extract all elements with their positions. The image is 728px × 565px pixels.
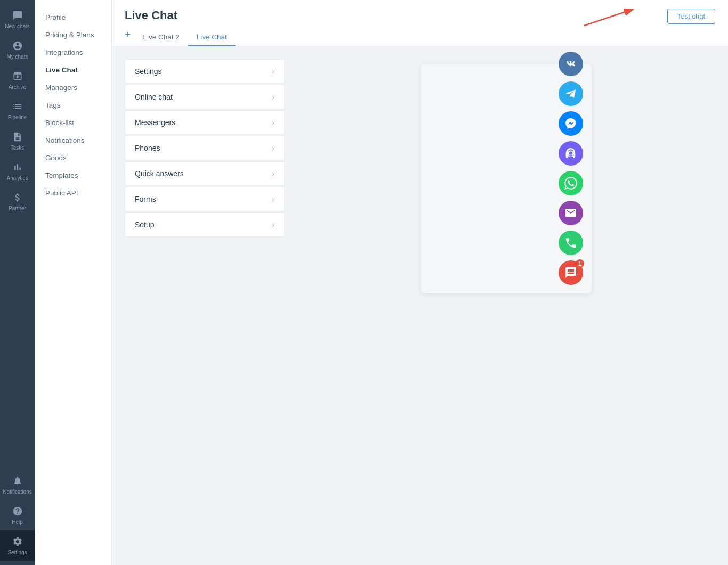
add-tab-button[interactable]: + (125, 29, 135, 46)
test-chat-button[interactable]: Test chat (667, 9, 715, 24)
header: Live Chat Test chat + Live Chat 2 Live C… (112, 0, 728, 46)
pipeline-icon (12, 101, 23, 112)
chevron-right-icon: › (272, 93, 274, 101)
whatsapp-button[interactable] (559, 171, 583, 195)
bar-chart-icon (12, 161, 23, 173)
sidebar-item-label: Archive (9, 84, 26, 90)
chevron-right-icon: › (272, 118, 274, 127)
sidebar-item-help[interactable]: Help (0, 500, 35, 530)
sidebar-item-partner[interactable]: Partner (0, 186, 35, 217)
dollar-icon (12, 192, 23, 203)
accordion-panel: Settings › Online chat › Messengers › Ph… (125, 59, 285, 552)
sidebar-item-label: Notifications (3, 489, 31, 495)
chevron-right-icon: › (272, 220, 274, 229)
tab-live-chat[interactable]: Live Chat (188, 29, 236, 46)
sidebar-item-pipeline[interactable]: Pipeline (0, 95, 35, 126)
tabs: + Live Chat 2 Live Chat (125, 29, 715, 46)
accordion-item-quick-answers[interactable]: Quick answers › (125, 161, 285, 186)
sidebar-item-new-chats[interactable]: New chats (0, 4, 35, 35)
email-button[interactable] (559, 201, 583, 225)
nav-item-profile[interactable]: Profile (35, 9, 111, 26)
accordion-item-online-chat[interactable]: Online chat › (125, 85, 285, 109)
chat-preview: 1 (421, 64, 592, 293)
nav-item-public-api[interactable]: Public API (35, 184, 111, 202)
nav-item-integrations[interactable]: Integrations (35, 44, 111, 61)
sidebar-item-label: Settings (7, 550, 27, 555)
accordion-item-phones[interactable]: Phones › (125, 136, 285, 160)
nav-item-templates[interactable]: Templates (35, 167, 111, 184)
tab-live-chat-2[interactable]: Live Chat 2 (135, 29, 188, 46)
accordion-item-settings[interactable]: Settings › (125, 59, 285, 84)
chat-bubble-icon (12, 10, 23, 21)
content-area: Settings › Online chat › Messengers › Ph… (112, 46, 728, 565)
chevron-right-icon: › (272, 144, 274, 152)
phone-button[interactable] (559, 231, 583, 255)
sidebar-bottom: Notifications Help Settings (0, 470, 35, 561)
nav-item-live-chat[interactable]: Live Chat (35, 61, 111, 79)
page-title: Live Chat (125, 9, 177, 22)
sidebar-item-label: My chats (6, 54, 28, 60)
sidebar-item-label: Pipeline (8, 114, 27, 120)
question-icon (12, 505, 23, 517)
sidebar-item-archive[interactable]: Archive (0, 65, 35, 95)
messenger-button[interactable] (559, 111, 583, 136)
sidebar-item-label: New chats (5, 23, 30, 29)
nav-item-goods[interactable]: Goods (35, 149, 111, 167)
accordion-item-messengers[interactable]: Messengers › (125, 110, 285, 135)
main-content: Live Chat Test chat + Live Chat 2 Live C… (112, 0, 728, 565)
person-chat-icon (12, 40, 23, 52)
sidebar-item-label: Partner (9, 206, 26, 211)
nav-item-managers[interactable]: Managers (35, 79, 111, 96)
sidebar: New chats My chats Archive Pipeline Task… (0, 0, 35, 565)
sidebar-item-settings[interactable]: Settings (0, 530, 35, 561)
chevron-right-icon: › (272, 169, 274, 178)
preview-panel: 1 (297, 59, 715, 552)
chat-main-button[interactable]: 1 (559, 260, 583, 285)
sidebar-item-my-chats[interactable]: My chats (0, 35, 35, 65)
vk-button[interactable] (559, 52, 583, 76)
chat-badge: 1 (576, 259, 584, 268)
chat-buttons: 1 (559, 52, 583, 285)
arrow-annotation (579, 4, 643, 31)
accordion-item-setup[interactable]: Setup › (125, 212, 285, 237)
nav-menu: Profile Pricing & Plans Integrations Liv… (35, 0, 112, 565)
sidebar-item-analytics[interactable]: Analytics (0, 156, 35, 186)
archive-icon (12, 70, 23, 82)
viber-button[interactable] (559, 141, 583, 166)
svg-line-1 (584, 10, 632, 26)
sidebar-item-label: Analytics (6, 175, 28, 181)
gear-icon (12, 536, 23, 547)
sidebar-item-label: Tasks (11, 145, 25, 151)
tasks-icon (12, 131, 23, 143)
sidebar-item-label: Help (12, 519, 23, 525)
sidebar-item-tasks[interactable]: Tasks (0, 126, 35, 156)
chevron-right-icon: › (272, 67, 274, 76)
nav-item-block-list[interactable]: Block-list (35, 114, 111, 132)
header-top: Live Chat Test chat (125, 9, 715, 22)
accordion-item-forms[interactable]: Forms › (125, 187, 285, 211)
nav-item-pricing[interactable]: Pricing & Plans (35, 26, 111, 44)
nav-item-notifications[interactable]: Notifications (35, 132, 111, 149)
sidebar-item-notifications[interactable]: Notifications (0, 470, 35, 500)
nav-item-tags[interactable]: Tags (35, 96, 111, 114)
chevron-right-icon: › (272, 195, 274, 203)
telegram-button[interactable] (559, 81, 583, 106)
bell-icon (12, 475, 23, 487)
